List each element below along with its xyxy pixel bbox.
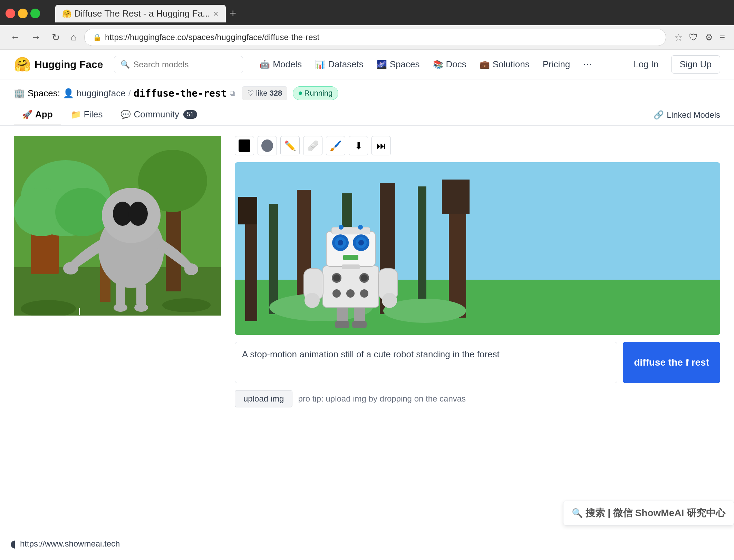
- nav-solutions[interactable]: 💼 Solutions: [474, 56, 535, 73]
- linked-models-label: Linked Models: [667, 110, 720, 120]
- upload-bar: upload img pro tip: upload img by droppi…: [235, 390, 720, 407]
- ai-output-image: [235, 162, 720, 335]
- download-button[interactable]: ⬇: [349, 136, 368, 155]
- nav-datasets[interactable]: 📊 Datasets: [309, 56, 369, 73]
- browser-tab-active[interactable]: 🤗 Diffuse The Rest - a Hugging Fa... ✕: [55, 5, 226, 22]
- pencil-tool-button[interactable]: ✏️: [280, 136, 300, 155]
- svg-point-17: [184, 263, 198, 275]
- nav-solutions-label: Solutions: [493, 59, 530, 70]
- signup-button[interactable]: Sign Up: [671, 55, 721, 74]
- nav-back-button[interactable]: ←: [7, 30, 23, 45]
- download-icon: ⬇: [355, 140, 363, 152]
- nav-forward-button[interactable]: →: [28, 30, 44, 45]
- settings-icon[interactable]: ⚙: [703, 30, 715, 45]
- main-content: ✏️ 🩹 🖌️ ⬇ ⏭: [0, 126, 734, 436]
- spaces-breadcrumb-label: Spaces:: [28, 88, 60, 99]
- linked-models-button[interactable]: 🔗 Linked Models: [654, 110, 720, 120]
- models-icon: 🤖: [260, 60, 270, 69]
- files-tab-icon: 📁: [71, 110, 81, 119]
- diffuse-button[interactable]: diffuse the f rest: [623, 342, 720, 383]
- nav-home-button[interactable]: ⌂: [67, 30, 80, 45]
- brush-icon: 🖌️: [330, 140, 342, 152]
- brush-tool-button[interactable]: 🖌️: [326, 136, 345, 155]
- hf-logo[interactable]: 🤗 Hugging Face: [14, 56, 103, 73]
- search-icon: 🔍: [120, 60, 130, 69]
- svg-point-47: [346, 289, 355, 298]
- hf-logo-emoji: 🤗: [14, 56, 31, 73]
- datasets-icon: 📊: [315, 60, 325, 69]
- watermark-search-icon: 🔍: [572, 508, 583, 519]
- svg-point-11: [162, 298, 211, 312]
- address-text: https://huggingface.co/spaces/huggingfac…: [105, 32, 319, 42]
- watermark-text: 搜索 | 微信 ShowMeAI 研究中心: [586, 506, 725, 520]
- nav-models[interactable]: 🤖 Models: [254, 56, 307, 73]
- copy-icon[interactable]: ⧉: [230, 89, 235, 98]
- nav-spaces-label: Spaces: [390, 59, 420, 70]
- color-black-button[interactable]: [235, 136, 254, 155]
- svg-rect-40: [323, 266, 379, 307]
- eraser-tool-button[interactable]: 🩹: [303, 136, 322, 155]
- svg-point-43: [333, 274, 340, 281]
- svg-point-62: [358, 240, 364, 245]
- search-box[interactable]: 🔍: [114, 56, 243, 73]
- pencil-icon: ✏️: [284, 140, 296, 152]
- like-button[interactable]: ♡ like 328: [242, 86, 288, 100]
- footer-url-text: https://www.showmeai.tech: [20, 539, 120, 549]
- svg-rect-30: [442, 180, 470, 214]
- search-input[interactable]: [133, 60, 236, 69]
- browser-nav: ← → ↻ ⌂ 🔒 https://huggingface.co/spaces/…: [0, 25, 734, 50]
- tab-files[interactable]: 📁 Files: [62, 104, 111, 125]
- login-button[interactable]: Log In: [627, 56, 665, 73]
- svg-rect-39: [352, 321, 367, 328]
- org-link[interactable]: huggingface: [77, 88, 126, 99]
- community-tab-badge: 51: [183, 110, 197, 119]
- solutions-icon: 💼: [480, 60, 490, 69]
- svg-rect-33: [418, 186, 426, 318]
- running-badge: Running: [293, 86, 338, 100]
- spaces-breadcrumb-icon: 🏢: [14, 88, 25, 99]
- traffic-light-yellow[interactable]: [18, 9, 28, 18]
- nav-docs[interactable]: 📚 Docs: [427, 56, 472, 73]
- files-tab-label: Files: [84, 109, 103, 120]
- upload-img-button[interactable]: upload img: [235, 390, 292, 407]
- nav-refresh-button[interactable]: ↻: [48, 30, 63, 45]
- gray-color-swatch: [261, 139, 273, 152]
- color-gray-button[interactable]: [258, 136, 277, 155]
- svg-rect-22: [79, 308, 80, 315]
- tab-community[interactable]: 💬 Community 51: [112, 104, 205, 125]
- running-dot: [299, 91, 302, 95]
- browser-chrome: 🤗 Diffuse The Rest - a Hugging Fa... ✕ +…: [0, 0, 734, 50]
- tab-app[interactable]: 🚀 App: [14, 104, 61, 125]
- traffic-light-green[interactable]: [30, 9, 40, 18]
- svg-point-19: [114, 303, 127, 312]
- traffic-light-red[interactable]: [6, 9, 15, 18]
- browser-titlebar: 🤗 Diffuse The Rest - a Hugging Fa... ✕ +: [0, 0, 734, 25]
- nav-right-icons: 🛡 ⚙ ≡: [687, 30, 727, 45]
- nav-docs-label: Docs: [446, 59, 466, 70]
- prompt-textarea[interactable]: A stop-motion animation still of a cute …: [235, 342, 617, 383]
- community-tab-label: Community: [134, 109, 179, 120]
- breadcrumb: 🏢 Spaces: 👤 huggingface / diffuse-the-re…: [0, 79, 734, 100]
- svg-point-66: [339, 225, 344, 230]
- nav-more-button[interactable]: ⋯: [578, 56, 598, 73]
- tab-label: Diffuse The Rest - a Hugging Fa...: [74, 8, 210, 19]
- drawing-canvas[interactable]: [14, 136, 221, 316]
- svg-point-54: [382, 293, 397, 308]
- bookmark-icon[interactable]: ☆: [674, 32, 683, 43]
- svg-rect-64: [331, 227, 370, 234]
- new-tab-button[interactable]: +: [227, 4, 239, 22]
- svg-point-45: [361, 274, 368, 281]
- svg-point-48: [360, 289, 368, 298]
- nav-spaces[interactable]: 🌌 Spaces: [371, 56, 425, 73]
- menu-icon[interactable]: ≡: [718, 30, 727, 45]
- nav-pricing[interactable]: Pricing: [537, 56, 576, 73]
- svg-point-16: [63, 262, 78, 274]
- lock-icon: 🔒: [93, 33, 102, 41]
- canvas-toolbar: ✏️ 🩹 🖌️ ⬇ ⏭: [235, 136, 720, 155]
- tab-close-btn[interactable]: ✕: [213, 10, 219, 18]
- like-label: like: [256, 89, 268, 98]
- address-bar[interactable]: 🔒 https://huggingface.co/spaces/huggingf…: [84, 29, 666, 46]
- extension-icon[interactable]: 🛡: [687, 30, 700, 45]
- nav-datasets-label: Datasets: [328, 59, 364, 70]
- next-button[interactable]: ⏭: [371, 136, 391, 155]
